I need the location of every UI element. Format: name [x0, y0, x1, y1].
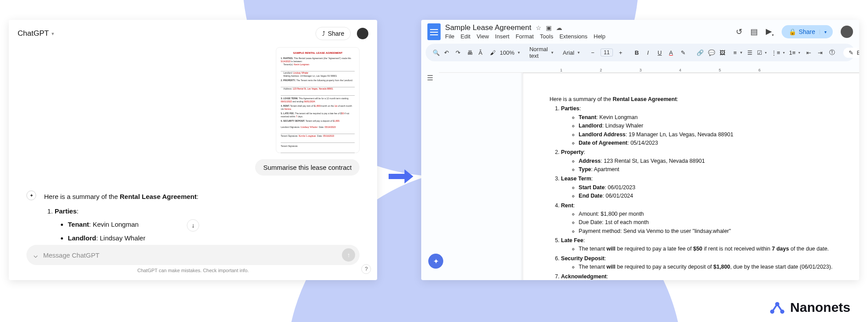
- attachment-thumbnail[interactable]: SAMPLE RENTAL LEASE AGREEMENT 1. PARTIES…: [276, 47, 360, 153]
- input-placeholder: Message ChatGPT: [43, 251, 337, 259]
- vertical-ruler[interactable]: [514, 73, 522, 280]
- scroll-to-bottom-button[interactable]: ↓: [187, 219, 199, 232]
- share-label: Share: [328, 30, 344, 37]
- brand-name: Nanonets: [790, 300, 850, 315]
- chatgpt-panel: ChatGPT ▾ ⤴ Share SAMPLE RENTAL LEASE AG…: [9, 20, 377, 280]
- attachment-icon[interactable]: ⌵: [33, 251, 38, 259]
- star-icon[interactable]: ☆: [536, 24, 542, 31]
- share-dropdown-icon[interactable]: ▾: [820, 30, 831, 34]
- print-icon[interactable]: 🖶: [465, 49, 472, 57]
- menu-view[interactable]: View: [477, 33, 489, 40]
- document-title[interactable]: Sample Lease Agreement: [445, 23, 531, 32]
- font-select[interactable]: Arial▼: [563, 49, 580, 56]
- disclaimer-text: ChatGPT can make mistakes. Check importa…: [26, 268, 360, 273]
- assistant-icon: ✦: [26, 191, 36, 200]
- paint-format-icon[interactable]: 🖌: [488, 49, 495, 57]
- landlord-value: : Lindsay Whaler: [96, 234, 145, 242]
- image-icon[interactable]: 🖼: [718, 49, 725, 57]
- menu-file[interactable]: File: [445, 33, 454, 40]
- align-select[interactable]: ≡▼: [734, 49, 743, 56]
- decrease-indent-icon[interactable]: ⇤: [805, 49, 812, 57]
- italic-icon[interactable]: I: [645, 49, 652, 57]
- help-button[interactable]: ?: [361, 264, 371, 274]
- bulleted-list-icon[interactable]: ⋮≡▾: [771, 49, 785, 56]
- arrow-icon: [388, 168, 414, 187]
- comments-icon[interactable]: ▤: [750, 27, 758, 37]
- user-prompt-bubble: Summarise this lease contract: [255, 159, 360, 176]
- docs-app-icon[interactable]: [427, 23, 441, 40]
- increase-indent-icon[interactable]: ⇥: [816, 49, 823, 57]
- text-color-icon[interactable]: A: [668, 49, 675, 57]
- redo-icon[interactable]: ↷: [454, 49, 461, 57]
- pen-icon: ✎: [849, 49, 853, 56]
- spellcheck-icon[interactable]: Ǎ: [477, 49, 484, 57]
- cloud-icon[interactable]: ☁: [556, 24, 562, 31]
- numbered-list-icon[interactable]: 1≡▾: [789, 49, 800, 56]
- menu-bar: File Edit View Insert Format Tools Exten…: [445, 33, 605, 40]
- search-icon[interactable]: 🔍: [431, 49, 438, 57]
- bold-icon[interactable]: B: [633, 49, 640, 57]
- account-avatar[interactable]: [841, 26, 853, 38]
- menu-help[interactable]: Help: [594, 33, 605, 40]
- send-button[interactable]: ↑: [342, 248, 355, 262]
- document-page[interactable]: Here is a summary of the Rental Lease Ag…: [523, 73, 859, 280]
- meet-icon[interactable]: ▶▾: [766, 26, 774, 37]
- menu-format[interactable]: Format: [516, 33, 534, 40]
- brand-logo: Nanonets: [769, 299, 850, 316]
- increase-font-icon[interactable]: +: [617, 49, 624, 57]
- menu-edit[interactable]: Edit: [460, 33, 470, 40]
- share-label: Share: [799, 28, 815, 35]
- attachment-title: SAMPLE RENTAL LEASE AGREEMENT: [281, 51, 355, 56]
- move-icon[interactable]: ▣: [546, 24, 552, 31]
- menu-tools[interactable]: Tools: [540, 33, 553, 40]
- menu-insert[interactable]: Insert: [495, 33, 510, 40]
- tenant-label: Tenant: [68, 221, 89, 228]
- menu-extensions[interactable]: Extensions: [560, 33, 588, 40]
- lock-icon: 🔒: [789, 28, 796, 35]
- user-avatar[interactable]: [357, 28, 368, 39]
- horizontal-ruler[interactable]: 123456: [439, 65, 859, 73]
- editing-mode-select[interactable]: ✎ Editing ▼: [843, 48, 859, 58]
- parties-heading: Parties: [55, 207, 77, 215]
- decrease-font-icon[interactable]: −: [589, 49, 596, 57]
- summary-title: Rental Lease Agreement: [120, 193, 197, 200]
- landlord-label: Landlord: [68, 234, 96, 242]
- clear-format-icon[interactable]: Ⓣ: [827, 48, 835, 57]
- model-switcher[interactable]: ChatGPT ▾: [18, 29, 54, 38]
- comment-icon[interactable]: 💬: [706, 49, 713, 57]
- document-outline-icon[interactable]: ☰: [427, 74, 433, 82]
- share-button[interactable]: ⤴ Share: [315, 27, 351, 40]
- zoom-select[interactable]: 100%▼: [500, 49, 520, 56]
- model-name: ChatGPT: [18, 29, 49, 38]
- underline-icon[interactable]: U: [656, 49, 663, 57]
- toolbar: 🔍 ↶ ↷ 🖶 Ǎ 🖌 100%▼ Normal text▼ Arial▼ − …: [426, 44, 855, 61]
- tenant-value: : Kevin Longman: [89, 221, 139, 228]
- undo-icon[interactable]: ↶: [442, 49, 449, 57]
- message-input[interactable]: ⌵ Message ChatGPT ↑: [26, 245, 360, 265]
- line-spacing-icon[interactable]: ☰: [747, 49, 753, 56]
- google-docs-panel: Sample Lease Agreement ☆ ▣ ☁ File Edit V…: [421, 20, 859, 280]
- user-message: SAMPLE RENTAL LEASE AGREEMENT 1. PARTIES…: [26, 47, 360, 176]
- paragraph-style-select[interactable]: Normal text▼: [529, 46, 554, 59]
- history-icon[interactable]: ↺: [736, 27, 742, 37]
- checklist-icon[interactable]: ☑▾: [757, 49, 767, 56]
- summary-intro: Here is a summary of the: [44, 193, 120, 200]
- font-size-input[interactable]: 11: [601, 49, 612, 56]
- upload-icon: ⤴: [322, 30, 325, 37]
- highlight-icon[interactable]: ✎: [679, 49, 686, 57]
- assistant-message: ✦ Here is a summary of the Rental Lease …: [26, 191, 360, 245]
- share-button[interactable]: 🔒 Share ▾: [782, 25, 833, 38]
- link-icon[interactable]: 🔗: [695, 49, 702, 57]
- chevron-down-icon: ▾: [52, 31, 54, 37]
